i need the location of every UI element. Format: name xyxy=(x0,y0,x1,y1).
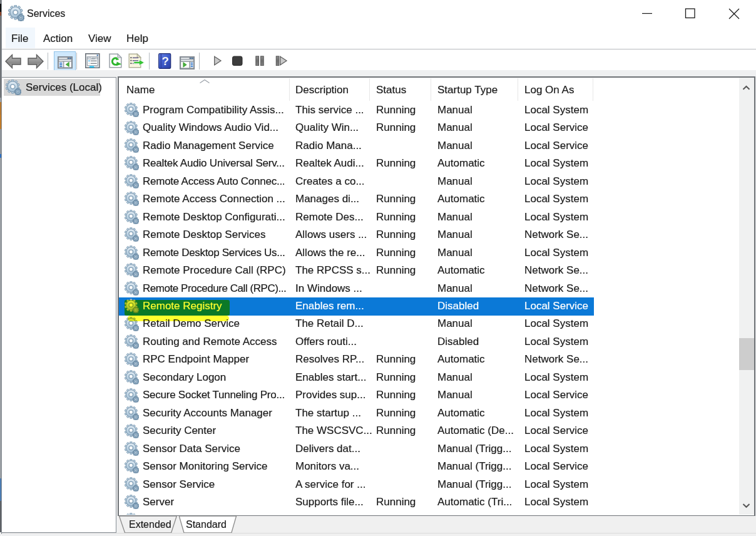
svg-text:?: ? xyxy=(161,54,169,68)
